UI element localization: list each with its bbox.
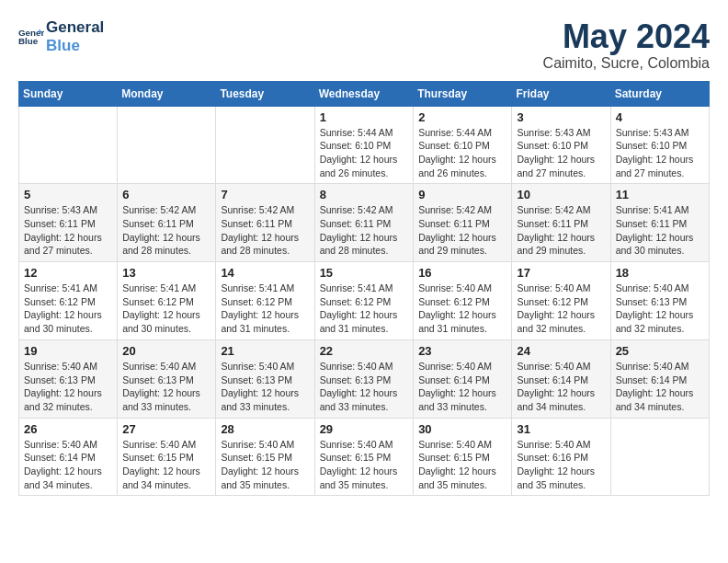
day-info: Sunrise: 5:40 AM Sunset: 6:15 PM Dayligh… <box>320 438 409 492</box>
day-number: 7 <box>221 188 309 201</box>
title-block: May 2024 Caimito, Sucre, Colombia <box>543 18 710 72</box>
day-info: Sunrise: 5:41 AM Sunset: 6:12 PM Dayligh… <box>320 282 409 336</box>
day-number: 31 <box>517 422 605 436</box>
day-number: 16 <box>418 266 506 280</box>
day-info: Sunrise: 5:40 AM Sunset: 6:14 PM Dayligh… <box>616 360 704 414</box>
day-number: 17 <box>517 266 605 280</box>
day-number: 23 <box>418 344 506 358</box>
calendar-day-header: Monday <box>118 81 216 106</box>
calendar-cell: 5Sunrise: 5:43 AM Sunset: 6:11 PM Daylig… <box>19 184 118 262</box>
day-number: 8 <box>320 188 409 201</box>
calendar-cell: 9Sunrise: 5:42 AM Sunset: 6:11 PM Daylig… <box>414 184 512 262</box>
day-info: Sunrise: 5:40 AM Sunset: 6:14 PM Dayligh… <box>418 360 506 414</box>
day-number: 29 <box>320 422 409 436</box>
day-info: Sunrise: 5:40 AM Sunset: 6:13 PM Dayligh… <box>320 360 409 414</box>
calendar-cell: 27Sunrise: 5:40 AM Sunset: 6:15 PM Dayli… <box>118 418 216 496</box>
calendar-cell: 25Sunrise: 5:40 AM Sunset: 6:14 PM Dayli… <box>610 339 709 418</box>
day-info: Sunrise: 5:43 AM Sunset: 6:10 PM Dayligh… <box>616 126 704 180</box>
day-info: Sunrise: 5:42 AM Sunset: 6:11 PM Dayligh… <box>122 203 210 258</box>
calendar-day-header: Tuesday <box>216 81 314 106</box>
day-info: Sunrise: 5:41 AM Sunset: 6:11 PM Dayligh… <box>616 203 704 258</box>
calendar-cell: 21Sunrise: 5:40 AM Sunset: 6:13 PM Dayli… <box>216 339 314 418</box>
calendar-cell: 26Sunrise: 5:40 AM Sunset: 6:14 PM Dayli… <box>19 418 118 496</box>
calendar-cell: 4Sunrise: 5:43 AM Sunset: 6:10 PM Daylig… <box>610 106 709 184</box>
day-number: 28 <box>221 422 309 436</box>
day-info: Sunrise: 5:43 AM Sunset: 6:10 PM Dayligh… <box>517 126 605 180</box>
day-info: Sunrise: 5:40 AM Sunset: 6:12 PM Dayligh… <box>418 282 506 336</box>
day-number: 10 <box>517 188 605 201</box>
calendar-cell <box>118 106 216 184</box>
calendar-header-row: SundayMondayTuesdayWednesdayThursdayFrid… <box>19 81 710 106</box>
logo-line1: General <box>46 18 104 37</box>
day-info: Sunrise: 5:40 AM Sunset: 6:14 PM Dayligh… <box>24 438 112 492</box>
day-info: Sunrise: 5:43 AM Sunset: 6:11 PM Dayligh… <box>24 203 112 258</box>
day-info: Sunrise: 5:40 AM Sunset: 6:13 PM Dayligh… <box>616 282 704 336</box>
calendar-cell: 15Sunrise: 5:41 AM Sunset: 6:12 PM Dayli… <box>314 262 414 340</box>
day-info: Sunrise: 5:41 AM Sunset: 6:12 PM Dayligh… <box>24 282 112 336</box>
day-number: 4 <box>616 110 704 124</box>
day-info: Sunrise: 5:41 AM Sunset: 6:12 PM Dayligh… <box>122 282 210 336</box>
day-number: 25 <box>616 344 704 358</box>
calendar-cell: 16Sunrise: 5:40 AM Sunset: 6:12 PM Dayli… <box>414 262 512 340</box>
day-info: Sunrise: 5:41 AM Sunset: 6:12 PM Dayligh… <box>221 282 309 336</box>
calendar-cell <box>610 418 709 496</box>
day-info: Sunrise: 5:40 AM Sunset: 6:15 PM Dayligh… <box>221 438 309 492</box>
calendar-week-row: 1Sunrise: 5:44 AM Sunset: 6:10 PM Daylig… <box>19 106 710 184</box>
day-number: 9 <box>418 188 506 201</box>
page-header: General Blue General Blue May 2024 Caimi… <box>18 18 710 72</box>
day-number: 20 <box>122 344 210 358</box>
calendar-cell: 3Sunrise: 5:43 AM Sunset: 6:10 PM Daylig… <box>512 106 610 184</box>
day-info: Sunrise: 5:40 AM Sunset: 6:15 PM Dayligh… <box>122 438 210 492</box>
day-number: 12 <box>24 266 112 280</box>
calendar-cell: 31Sunrise: 5:40 AM Sunset: 6:16 PM Dayli… <box>512 418 610 496</box>
calendar-week-row: 12Sunrise: 5:41 AM Sunset: 6:12 PM Dayli… <box>19 262 710 340</box>
calendar-table: SundayMondayTuesdayWednesdayThursdayFrid… <box>18 81 710 497</box>
calendar-cell <box>19 106 118 184</box>
calendar-cell: 11Sunrise: 5:41 AM Sunset: 6:11 PM Dayli… <box>610 184 709 262</box>
calendar-cell: 13Sunrise: 5:41 AM Sunset: 6:12 PM Dayli… <box>118 262 216 340</box>
day-number: 26 <box>24 422 112 436</box>
day-info: Sunrise: 5:42 AM Sunset: 6:11 PM Dayligh… <box>517 203 605 258</box>
calendar-week-row: 5Sunrise: 5:43 AM Sunset: 6:11 PM Daylig… <box>19 184 710 262</box>
calendar-cell <box>216 106 314 184</box>
calendar-cell: 2Sunrise: 5:44 AM Sunset: 6:10 PM Daylig… <box>414 106 512 184</box>
calendar-cell: 8Sunrise: 5:42 AM Sunset: 6:11 PM Daylig… <box>314 184 414 262</box>
day-number: 2 <box>418 110 506 124</box>
day-number: 5 <box>24 188 112 201</box>
calendar-cell: 7Sunrise: 5:42 AM Sunset: 6:11 PM Daylig… <box>216 184 314 262</box>
calendar-day-header: Wednesday <box>314 81 414 106</box>
calendar-cell: 10Sunrise: 5:42 AM Sunset: 6:11 PM Dayli… <box>512 184 610 262</box>
calendar-cell: 6Sunrise: 5:42 AM Sunset: 6:11 PM Daylig… <box>118 184 216 262</box>
calendar-cell: 30Sunrise: 5:40 AM Sunset: 6:15 PM Dayli… <box>414 418 512 496</box>
calendar-day-header: Friday <box>512 81 610 106</box>
day-info: Sunrise: 5:40 AM Sunset: 6:16 PM Dayligh… <box>517 438 605 492</box>
day-info: Sunrise: 5:40 AM Sunset: 6:13 PM Dayligh… <box>221 360 309 414</box>
day-number: 18 <box>616 266 704 280</box>
calendar-day-header: Thursday <box>414 81 512 106</box>
day-info: Sunrise: 5:40 AM Sunset: 6:12 PM Dayligh… <box>517 282 605 336</box>
calendar-week-row: 19Sunrise: 5:40 AM Sunset: 6:13 PM Dayli… <box>19 339 710 418</box>
day-number: 19 <box>24 344 112 358</box>
day-info: Sunrise: 5:42 AM Sunset: 6:11 PM Dayligh… <box>320 203 409 258</box>
day-number: 21 <box>221 344 309 358</box>
calendar-cell: 14Sunrise: 5:41 AM Sunset: 6:12 PM Dayli… <box>216 262 314 340</box>
calendar-cell: 24Sunrise: 5:40 AM Sunset: 6:14 PM Dayli… <box>512 339 610 418</box>
logo: General Blue General Blue <box>18 18 104 54</box>
day-number: 1 <box>320 110 409 124</box>
day-number: 6 <box>122 188 210 201</box>
calendar-cell: 19Sunrise: 5:40 AM Sunset: 6:13 PM Dayli… <box>19 339 118 418</box>
day-info: Sunrise: 5:44 AM Sunset: 6:10 PM Dayligh… <box>418 126 506 180</box>
calendar-week-row: 26Sunrise: 5:40 AM Sunset: 6:14 PM Dayli… <box>19 418 710 496</box>
day-info: Sunrise: 5:44 AM Sunset: 6:10 PM Dayligh… <box>320 126 409 180</box>
day-info: Sunrise: 5:40 AM Sunset: 6:13 PM Dayligh… <box>24 360 112 414</box>
day-number: 22 <box>320 344 409 358</box>
day-info: Sunrise: 5:42 AM Sunset: 6:11 PM Dayligh… <box>418 203 506 258</box>
page-subtitle: Caimito, Sucre, Colombia <box>543 55 710 72</box>
calendar-cell: 18Sunrise: 5:40 AM Sunset: 6:13 PM Dayli… <box>610 262 709 340</box>
day-info: Sunrise: 5:40 AM Sunset: 6:13 PM Dayligh… <box>122 360 210 414</box>
calendar-cell: 29Sunrise: 5:40 AM Sunset: 6:15 PM Dayli… <box>314 418 414 496</box>
calendar-cell: 20Sunrise: 5:40 AM Sunset: 6:13 PM Dayli… <box>118 339 216 418</box>
day-number: 13 <box>122 266 210 280</box>
day-number: 27 <box>122 422 210 436</box>
calendar-day-header: Saturday <box>610 81 709 106</box>
